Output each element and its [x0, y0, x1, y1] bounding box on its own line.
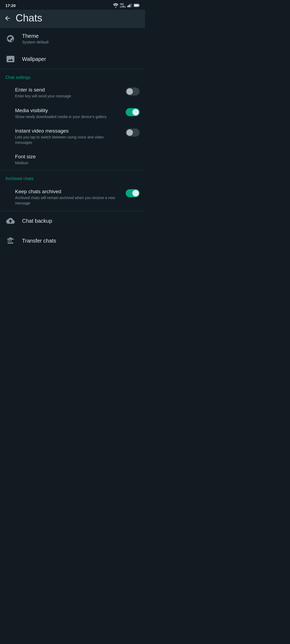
theme-label: Theme: [22, 33, 49, 39]
svg-rect-4: [130, 4, 131, 7]
toggle-knob: [126, 129, 133, 136]
keep-archived-text: Keep chats archived Archived chats will …: [15, 189, 121, 206]
transfer-chats-text: Transfer chats: [22, 238, 56, 244]
wallpaper-label: Wallpaper: [22, 56, 46, 62]
toggle-knob: [126, 88, 133, 95]
volte-icon: Vo)LTE1: [120, 3, 126, 8]
font-size-label: Font size: [15, 154, 140, 160]
backup-icon: [5, 216, 16, 226]
menu-item-chat-backup[interactable]: Chat backup: [0, 211, 145, 231]
instant-video-text: Instant video messages Lets you tap to s…: [15, 128, 121, 145]
instant-video-sublabel: Lets you tap to switch between using voi…: [15, 135, 121, 145]
svg-rect-1: [127, 6, 128, 7]
font-size-sublabel: Medium: [15, 160, 140, 166]
media-visibility-label: Media visibility: [15, 108, 121, 114]
transfer-icon: [5, 236, 16, 246]
setting-media-visibility[interactable]: Media visibility Show newly downloaded m…: [0, 103, 145, 124]
instant-video-toggle[interactable]: [126, 129, 140, 137]
transfer-chats-label: Transfer chats: [22, 238, 56, 244]
svg-rect-5: [131, 3, 132, 7]
wallpaper-icon: [5, 54, 16, 64]
archived-chats-header: Archived chats: [0, 170, 145, 184]
media-visibility-text: Media visibility Show newly downloaded m…: [15, 108, 121, 120]
enter-is-send-text: Enter is send Enter key will send your m…: [15, 87, 121, 99]
enter-is-send-toggle[interactable]: [126, 87, 140, 96]
instant-video-label: Instant video messages: [15, 128, 121, 134]
enter-is-send-label: Enter is send: [15, 87, 121, 93]
menu-item-transfer-chats[interactable]: Transfer chats: [0, 231, 145, 251]
battery-icon: [134, 3, 140, 7]
chat-backup-label: Chat backup: [22, 218, 52, 224]
signal-icon: [127, 3, 132, 7]
theme-icon: [5, 34, 16, 44]
back-button[interactable]: [3, 13, 12, 23]
svg-point-0: [115, 7, 116, 8]
chat-backup-text: Chat backup: [22, 218, 52, 224]
wallpaper-text: Wallpaper: [22, 56, 46, 62]
enter-is-send-sublabel: Enter key will send your message: [15, 94, 121, 99]
theme-text: Theme System default: [22, 33, 49, 44]
setting-font-size[interactable]: Font size Medium: [0, 149, 145, 170]
media-visibility-sublabel: Show newly downloaded media in your devi…: [15, 114, 121, 120]
font-size-text: Font size Medium: [15, 154, 140, 166]
svg-rect-2: [128, 5, 129, 7]
theme-sublabel: System default: [22, 40, 49, 44]
wifi-icon: [113, 3, 118, 8]
keep-archived-label: Keep chats archived: [15, 189, 121, 195]
media-visibility-toggle[interactable]: [126, 108, 140, 116]
chat-settings-header: Chat settings: [0, 69, 145, 83]
toolbar: Chats: [0, 10, 145, 28]
toggle-knob: [132, 109, 139, 115]
toggle-knob: [132, 190, 139, 196]
status-time: 17:20: [5, 3, 16, 8]
svg-rect-3: [129, 5, 130, 8]
status-bar: 17:20 Vo)LTE1: [0, 0, 145, 10]
status-icons: Vo)LTE1: [113, 3, 140, 8]
svg-rect-8: [139, 5, 140, 6]
setting-instant-video[interactable]: Instant video messages Lets you tap to s…: [0, 124, 145, 149]
menu-item-wallpaper[interactable]: Wallpaper: [0, 49, 145, 69]
page-title: Chats: [16, 12, 42, 24]
setting-keep-archived[interactable]: Keep chats archived Archived chats will …: [0, 184, 145, 211]
keep-archived-sublabel: Archived chats will remain archived when…: [15, 195, 121, 206]
setting-enter-is-send[interactable]: Enter is send Enter key will send your m…: [0, 83, 145, 103]
menu-item-theme[interactable]: Theme System default: [0, 28, 145, 49]
svg-rect-7: [134, 4, 138, 6]
keep-archived-toggle[interactable]: [126, 189, 140, 197]
